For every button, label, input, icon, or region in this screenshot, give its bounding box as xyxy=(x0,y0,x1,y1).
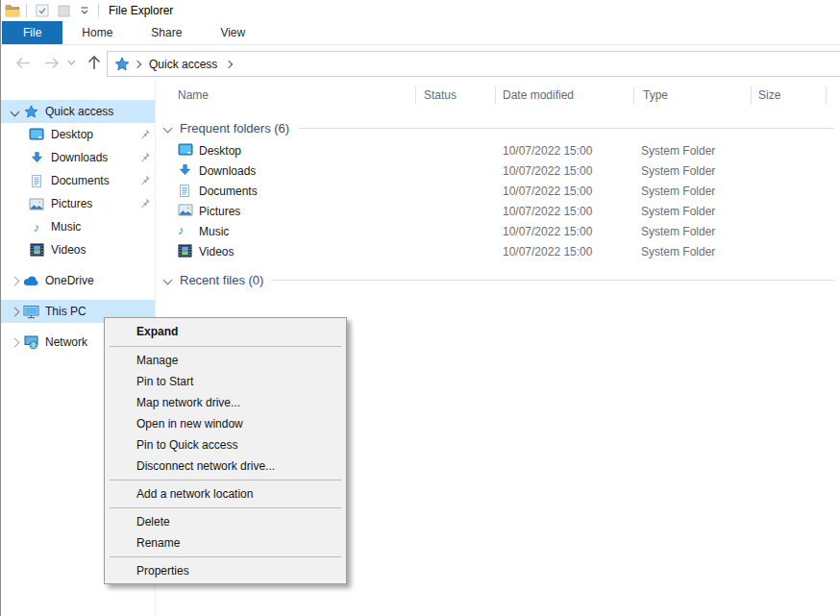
sidebar-item-quick-access[interactable]: Quick access xyxy=(1,100,155,123)
column-divider[interactable] xyxy=(415,86,416,105)
sidebar-item-label: Music xyxy=(51,220,81,234)
date-modified: 10/07/2022 15:00 xyxy=(503,225,592,238)
date-modified: 10/07/2022 15:00 xyxy=(503,185,592,198)
videos-icon xyxy=(178,244,193,259)
row-documents[interactable]: Documents 10/07/2022 15:00 System Folder xyxy=(156,182,840,202)
music-icon: ♪ xyxy=(178,224,193,239)
context-menu-item-map-network-drive[interactable]: Map network drive... xyxy=(105,392,346,413)
group-label: Frequent folders (6) xyxy=(180,121,289,136)
sidebar-item-label: Documents xyxy=(51,174,110,187)
context-menu-item-rename[interactable]: Rename xyxy=(105,532,346,554)
desktop-icon xyxy=(28,127,45,142)
context-menu-item-expand[interactable]: Expand xyxy=(105,320,346,343)
address-bar[interactable]: Quick access xyxy=(107,51,840,77)
context-menu-item-open-in-new-window[interactable]: Open in new window xyxy=(105,413,346,434)
column-header-date-modified[interactable]: Date modified xyxy=(503,88,574,102)
group-divider-line xyxy=(273,280,834,281)
downloads-icon xyxy=(28,150,45,165)
file-type: System Folder xyxy=(641,205,715,218)
column-divider[interactable] xyxy=(751,86,752,105)
sidebar-item-label: Pictures xyxy=(51,197,92,210)
date-modified: 10/07/2022 15:00 xyxy=(503,245,592,259)
row-music[interactable]: ♪ Music 10/07/2022 15:00 System Folder xyxy=(156,222,840,242)
chevron-down-icon[interactable] xyxy=(7,109,22,115)
date-modified: 10/07/2022 15:00 xyxy=(503,164,592,178)
group-header-frequent-folders[interactable]: Frequent folders (6) xyxy=(156,119,834,136)
sidebar-item-desktop[interactable]: Desktop xyxy=(1,123,155,146)
group-divider-line xyxy=(299,128,834,129)
tab-view[interactable]: View xyxy=(201,21,264,44)
column-header-name[interactable]: Name xyxy=(178,88,209,102)
file-type: System Folder xyxy=(641,164,715,178)
file-name: Downloads xyxy=(199,164,256,178)
file-type: System Folder xyxy=(641,225,715,238)
sidebar-item-label: This PC xyxy=(45,305,86,318)
ribbon-tab-bar: File Home Share View xyxy=(1,21,840,45)
recent-locations-chevron-icon[interactable] xyxy=(64,53,78,72)
context-menu-item-disconnect-network-drive[interactable]: Disconnect network drive... xyxy=(105,456,346,477)
toolbar-separator xyxy=(26,4,27,17)
group-header-recent-files[interactable]: Recent files (0) xyxy=(156,271,834,288)
file-name: Pictures xyxy=(199,205,240,218)
desktop-icon xyxy=(178,143,193,159)
context-menu-item-delete[interactable]: Delete xyxy=(105,511,346,532)
quick-access-star-icon xyxy=(114,57,130,72)
chevron-right-icon[interactable] xyxy=(7,339,22,346)
row-pictures[interactable]: Pictures 10/07/2022 15:00 System Folder xyxy=(156,202,840,222)
properties-toolbar-icon[interactable] xyxy=(33,1,52,20)
row-downloads[interactable]: Downloads 10/07/2022 15:00 System Folder xyxy=(156,161,840,182)
breadcrumb-chevron-icon[interactable] xyxy=(134,60,141,67)
pin-icon xyxy=(138,197,151,209)
column-header-type[interactable]: Type xyxy=(643,88,668,102)
tab-file[interactable]: File xyxy=(2,21,62,44)
sidebar-item-documents[interactable]: Documents xyxy=(1,169,155,192)
sidebar-item-label: OneDrive xyxy=(45,274,94,287)
chevron-right-icon[interactable] xyxy=(7,278,22,284)
sidebar-item-onedrive[interactable]: OneDrive xyxy=(1,269,155,292)
column-divider[interactable] xyxy=(495,86,496,105)
breadcrumb-chevron-icon[interactable] xyxy=(225,60,233,67)
column-divider[interactable] xyxy=(826,86,827,105)
this-pc-monitor-icon xyxy=(22,304,39,319)
menu-separator xyxy=(110,346,341,347)
context-menu-item-pin-to-start[interactable]: Pin to Start xyxy=(105,371,346,392)
column-header-size[interactable]: Size xyxy=(758,88,780,102)
forward-button[interactable] xyxy=(41,53,62,72)
breadcrumb[interactable]: Quick access xyxy=(149,58,217,71)
chevron-down-icon[interactable] xyxy=(163,275,173,284)
up-button[interactable] xyxy=(84,53,105,72)
context-menu-item-properties[interactable]: Properties xyxy=(105,560,346,581)
context-menu-item-add-a-network-location[interactable]: Add a network location xyxy=(105,483,346,505)
menu-separator xyxy=(110,480,341,480)
date-modified: 10/07/2022 15:00 xyxy=(503,144,592,158)
downloads-icon xyxy=(178,163,193,179)
tab-share[interactable]: Share xyxy=(132,21,201,44)
column-header-status[interactable]: Status xyxy=(424,88,457,102)
sidebar-item-music[interactable]: ♪ Music xyxy=(1,215,155,238)
row-videos[interactable]: Videos 10/07/2022 15:00 System Folder xyxy=(156,242,840,262)
tab-home[interactable]: Home xyxy=(62,21,132,44)
file-name: Music xyxy=(199,225,229,238)
sidebar-item-downloads[interactable]: Downloads xyxy=(1,146,155,169)
back-button[interactable] xyxy=(12,53,34,72)
chevron-down-icon[interactable] xyxy=(163,123,173,133)
documents-icon xyxy=(28,173,45,188)
network-icon xyxy=(22,334,39,350)
file-name: Videos xyxy=(199,245,234,259)
pictures-icon xyxy=(28,196,45,211)
context-menu-item-pin-to-quick-access[interactable]: Pin to Quick access xyxy=(105,434,346,456)
sidebar-item-label: Videos xyxy=(51,243,86,257)
documents-icon xyxy=(178,184,193,199)
new-folder-toolbar-icon[interactable] xyxy=(54,1,73,20)
file-explorer-logo-icon xyxy=(3,1,22,20)
sidebar-item-pictures[interactable]: Pictures xyxy=(1,192,155,215)
chevron-right-icon[interactable] xyxy=(7,308,22,315)
customize-toolbar-chevron-icon[interactable] xyxy=(75,1,94,20)
file-name: Documents xyxy=(199,185,258,198)
column-divider[interactable] xyxy=(633,86,634,105)
context-menu-item-manage[interactable]: Manage xyxy=(105,350,346,371)
sidebar-item-videos[interactable]: Videos xyxy=(1,238,155,261)
menu-separator xyxy=(110,556,341,557)
row-desktop[interactable]: Desktop 10/07/2022 15:00 System Folder xyxy=(156,141,840,161)
file-type: System Folder xyxy=(641,185,715,198)
